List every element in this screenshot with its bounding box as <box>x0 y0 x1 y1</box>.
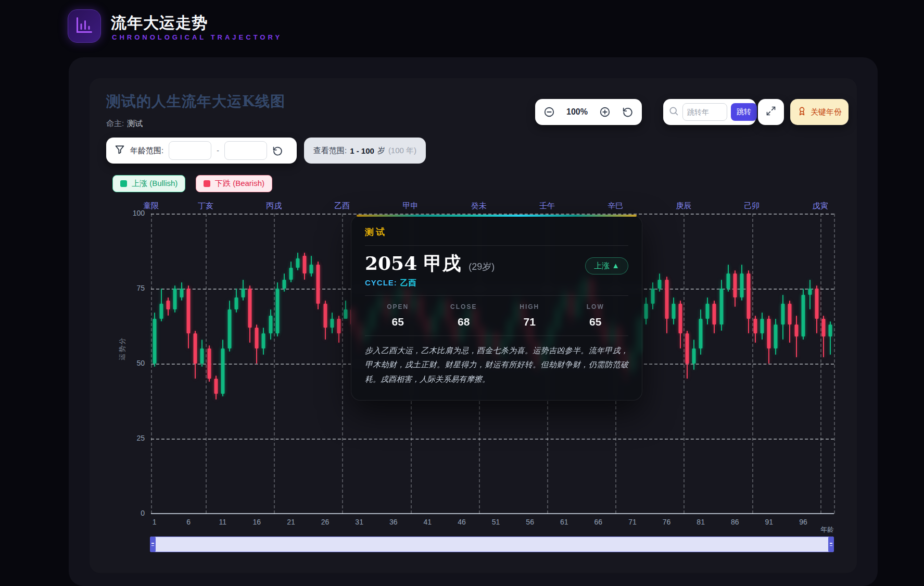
candle-body[interactable] <box>774 325 778 348</box>
candle-body[interactable] <box>255 328 259 348</box>
candle-body[interactable] <box>672 304 675 319</box>
app-logo <box>68 9 101 43</box>
legend-bearish-label: 下跌 (Bearish) <box>215 179 264 189</box>
candle-body[interactable] <box>310 265 313 273</box>
candle-body[interactable] <box>740 273 743 297</box>
candle-body[interactable] <box>194 333 197 364</box>
tooltip-cycle-row: CYCLE:乙酉 <box>365 278 495 288</box>
cycle-label: 己卯 <box>744 201 760 211</box>
candle-body[interactable] <box>651 289 655 304</box>
candle-body[interactable] <box>754 319 757 334</box>
key-years-button[interactable]: 关键年份 <box>790 99 849 125</box>
candle-body[interactable] <box>761 319 764 334</box>
candle-body[interactable] <box>166 301 170 309</box>
candle-body[interactable] <box>678 304 682 334</box>
candle-body[interactable] <box>330 319 334 328</box>
candle-body[interactable] <box>781 304 784 325</box>
candle-body[interactable] <box>262 333 265 348</box>
app-window: 流年大运走势 CHRONOLOGICAL TRAJECTORY 测试的人生流年大… <box>0 0 924 586</box>
candle-body[interactable] <box>726 273 730 289</box>
y-tick-label: 50 <box>124 359 145 367</box>
x-tick-label: 11 <box>219 518 226 526</box>
range-scrollbar[interactable] <box>150 537 834 552</box>
candle-body[interactable] <box>706 304 710 319</box>
candle-body[interactable] <box>719 289 723 325</box>
candle-body[interactable] <box>337 319 340 334</box>
candle-body[interactable] <box>289 268 293 280</box>
x-tick-label: 76 <box>663 518 671 526</box>
x-tick-label: 16 <box>253 518 261 526</box>
stat-close-label: CLOSE <box>431 303 497 310</box>
candle-body[interactable] <box>658 280 662 289</box>
x-tick-label: 51 <box>492 518 500 526</box>
age-filter: 年龄范围: - <box>106 138 297 164</box>
view-range-label: 查看范围: <box>313 146 347 156</box>
candle-body[interactable] <box>159 304 163 319</box>
candle-body[interactable] <box>822 319 826 337</box>
tooltip-cycle-value: 乙酉 <box>400 278 417 287</box>
candle-body[interactable] <box>200 348 204 364</box>
candle-body[interactable] <box>699 319 703 349</box>
x-tick-label: 96 <box>799 518 807 526</box>
stat-open-label: OPEN <box>365 303 431 310</box>
y-tick-label: 25 <box>124 434 145 442</box>
age-min-input[interactable] <box>169 141 211 160</box>
candle-body[interactable] <box>248 289 252 328</box>
candle-body[interactable] <box>303 256 307 274</box>
candle-body[interactable] <box>173 289 176 309</box>
stat-low-label: LOW <box>563 303 629 310</box>
candle-body[interactable] <box>665 280 668 319</box>
candle-body[interactable] <box>275 289 279 333</box>
candle-body[interactable] <box>269 316 272 334</box>
candle-body[interactable] <box>323 304 327 328</box>
jump-button[interactable]: 跳转 <box>731 103 757 121</box>
cycle-label: 童限 <box>143 201 159 211</box>
x-tick-label: 86 <box>731 518 739 526</box>
candle-body[interactable] <box>235 297 238 309</box>
jump-year-input[interactable] <box>682 103 727 121</box>
zoom-out-button[interactable] <box>543 106 555 118</box>
stat-close-value: 68 <box>431 316 497 328</box>
jump-toolbar: 跳转 <box>663 99 756 125</box>
candle-body[interactable] <box>692 348 696 364</box>
candle-body[interactable] <box>788 304 791 325</box>
stat-high-value: 71 <box>497 316 563 328</box>
view-range-chip: 查看范围: 1 - 100 岁 (100 年) <box>304 138 426 164</box>
candle-body[interactable] <box>242 289 245 297</box>
candle-body[interactable] <box>187 289 191 333</box>
candle-body[interactable] <box>282 280 286 289</box>
candle-body[interactable] <box>214 379 218 394</box>
candle-body[interactable] <box>685 333 689 364</box>
candle-body[interactable] <box>207 348 211 379</box>
candle-body[interactable] <box>713 304 716 325</box>
x-tick-label: 81 <box>697 518 705 526</box>
candle-body[interactable] <box>815 289 819 319</box>
candle-body[interactable] <box>801 295 805 337</box>
candle-body[interactable] <box>808 289 812 295</box>
candle-body[interactable] <box>296 258 300 267</box>
y-tick-label: 100 <box>124 209 145 217</box>
scrollbar-left-handle[interactable] <box>150 537 156 552</box>
candle-body[interactable] <box>344 309 347 318</box>
candle-body[interactable] <box>733 273 737 297</box>
stat-high-label: HIGH <box>497 303 563 310</box>
candle-body[interactable] <box>227 309 231 348</box>
zoom-in-button[interactable] <box>599 106 611 118</box>
candle-body[interactable] <box>153 319 156 364</box>
candle-body[interactable] <box>221 348 224 393</box>
fullscreen-button[interactable] <box>758 99 784 125</box>
candle-body[interactable] <box>829 325 832 336</box>
age-max-input[interactable] <box>224 141 267 160</box>
reset-zoom-button[interactable] <box>622 106 634 118</box>
trend-badge: 上涨 ▲ <box>585 257 628 275</box>
candle-body[interactable] <box>644 304 648 319</box>
cycle-label: 甲申 <box>403 201 419 211</box>
candle-body[interactable] <box>747 273 751 318</box>
h-gridline <box>151 439 834 440</box>
candle-body[interactable] <box>767 319 771 349</box>
reset-filter-button[interactable] <box>272 145 283 156</box>
scrollbar-right-handle[interactable] <box>828 537 834 552</box>
candle-body[interactable] <box>317 265 320 304</box>
candle-body[interactable] <box>794 325 798 336</box>
candle-body[interactable] <box>180 289 184 297</box>
